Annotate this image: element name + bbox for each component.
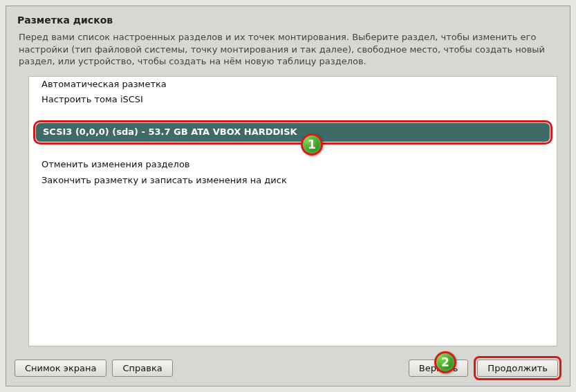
highlight-frame-2: Продолжить: [474, 356, 561, 380]
callout-badge-2: 2: [434, 351, 456, 373]
dialog-title: Разметка дисков: [8, 8, 568, 30]
dialog-footer: Снимок экрана Справка Вернуть Продолжить: [8, 352, 568, 384]
help-button[interactable]: Справка: [112, 360, 172, 377]
continue-button[interactable]: Продолжить: [477, 360, 558, 377]
list-item-guided[interactable]: Автоматическая разметка: [29, 77, 557, 93]
callout-badge-1: 1: [301, 133, 323, 156]
partition-list: Автоматическая разметка Настроить тома i…: [28, 76, 557, 346]
list-item-disk[interactable]: SCSI3 (0,0,0) (sda) - 53.7 GB ATA VBOX H…: [29, 120, 557, 144]
instructions-text: Перед вами список настроенных разделов и…: [8, 30, 568, 75]
screenshot-button[interactable]: Снимок экрана: [15, 360, 106, 377]
highlight-frame-1: SCSI3 (0,0,0) (sda) - 53.7 GB ATA VBOX H…: [33, 120, 552, 144]
partition-dialog: Разметка дисков Перед вами список настро…: [6, 6, 570, 386]
list-item-undo[interactable]: Отменить изменения разделов: [29, 157, 557, 173]
disk-row-selected[interactable]: SCSI3 (0,0,0) (sda) - 53.7 GB ATA VBOX H…: [36, 123, 550, 142]
list-spacer: [29, 108, 557, 118]
list-item-finish[interactable]: Закончить разметку и записать изменения …: [29, 173, 557, 189]
list-item-iscsi[interactable]: Настроить тома iSCSI: [29, 92, 557, 108]
list-spacer: [29, 147, 557, 157]
